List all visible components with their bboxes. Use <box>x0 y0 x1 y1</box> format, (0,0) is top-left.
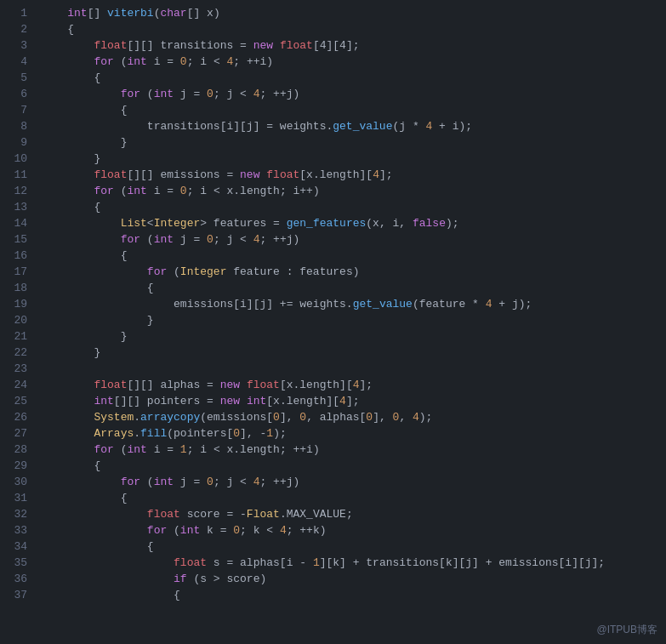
line-number: 13 <box>0 199 41 215</box>
token: [][] pointers = <box>114 395 220 407</box>
table-row: 37 { <box>0 587 666 603</box>
line-number: 7 <box>0 102 41 118</box>
table-row: 15 for (int j = 0; j < 4; ++j) <box>0 231 666 248</box>
table-row: 29 { <box>0 458 666 474</box>
token <box>41 185 94 197</box>
table-row: 10 } <box>0 151 666 167</box>
code-content: for (int k = 0; k < 4; ++k) <box>41 522 666 539</box>
line-number: 25 <box>0 393 41 409</box>
token: > features = <box>200 217 286 230</box>
token: , alphas[ <box>306 411 366 424</box>
code-content: List<Integer> features = gen_features(x,… <box>41 215 666 231</box>
token: feature : features) <box>226 265 359 278</box>
token: int <box>127 185 146 197</box>
table-row: 16 { <box>0 248 666 264</box>
token: 0 <box>299 411 306 424</box>
line-number: 14 <box>0 215 41 231</box>
table-row: 3 float[][] transitions = new float[4][4… <box>0 37 666 54</box>
token: int <box>154 233 174 246</box>
token <box>41 330 121 343</box>
token: (feature * <box>413 298 486 311</box>
token <box>41 411 94 424</box>
table-row: 12 for (int i = 0; i < x.length; i++) <box>0 183 666 199</box>
token: new <box>253 39 273 52</box>
token: Arrays <box>94 427 134 440</box>
line-number: 3 <box>0 37 41 54</box>
token: 0 <box>366 411 373 424</box>
token: { <box>94 71 100 84</box>
token <box>41 443 94 456</box>
line-number: 26 <box>0 409 41 425</box>
table-row: 28 for (int i = 1; i < x.length; ++i) <box>0 442 666 458</box>
line-number: 29 <box>0 458 41 474</box>
table-row: 23 <box>0 361 666 377</box>
token: i = <box>147 185 180 197</box>
token: + i); <box>432 120 472 133</box>
line-number: 33 <box>0 522 41 539</box>
token: for <box>121 233 140 246</box>
token: int <box>67 7 87 20</box>
token <box>41 427 94 440</box>
code-content: System.arraycopy(emissions[0], 0, alphas… <box>41 409 666 425</box>
token: { <box>94 201 100 214</box>
token: j = <box>174 233 207 246</box>
token: ; i < x.length; ++i) <box>187 443 320 456</box>
token: (x, i, <box>366 217 413 230</box>
code-content: } <box>41 345 666 361</box>
token <box>41 346 94 359</box>
table-row: 36 if (s > score) <box>0 571 666 587</box>
token: ; i < x.length; i++) <box>187 185 320 197</box>
token <box>41 7 67 20</box>
line-number: 18 <box>0 280 41 296</box>
code-content: { <box>41 248 666 264</box>
token: ( <box>140 233 154 246</box>
line-number: 32 <box>0 506 41 522</box>
token: . <box>134 427 140 440</box>
token <box>41 314 147 327</box>
table-row: 20 } <box>0 312 666 328</box>
table-row: 6 for (int j = 0; j < 4; ++j) <box>0 86 666 102</box>
token <box>41 298 174 311</box>
table-row: 21 } <box>0 328 666 345</box>
table-row: 30 for (int j = 0; j < 4; ++j) <box>0 474 666 490</box>
token <box>41 23 67 36</box>
token: 0 <box>233 524 240 537</box>
token <box>41 265 147 278</box>
code-content: for (Integer feature : features) <box>41 264 666 280</box>
line-number: 37 <box>0 587 41 603</box>
code-content: } <box>41 134 666 151</box>
line-number: 30 <box>0 474 41 490</box>
table-row: 19 emissions[i][j] += weights.get_value(… <box>0 296 666 312</box>
line-number: 17 <box>0 264 41 280</box>
table-row: 34 { <box>0 539 666 555</box>
table-row: 7 { <box>0 102 666 118</box>
token: k = <box>200 524 233 537</box>
token: ( <box>114 55 128 68</box>
token: 0 <box>207 476 213 488</box>
token: ][k] + transitions[k][j] + emissions[i][… <box>320 556 605 569</box>
table-row: 26 System.arraycopy(emissions[0], 0, alp… <box>0 409 666 425</box>
token <box>41 136 121 149</box>
token: float <box>280 39 313 52</box>
token: ( <box>167 524 180 537</box>
token: 4 <box>413 411 419 424</box>
token: char <box>160 7 186 20</box>
token: int <box>154 88 174 100</box>
code-content: for (int i = 1; i < x.length; ++i) <box>41 442 666 458</box>
token: ; ++k) <box>287 524 327 537</box>
token: 4 <box>253 233 260 246</box>
table-row: 25 int[][] pointers = new int[x.length][… <box>0 393 666 409</box>
code-content: float[][] emissions = new float[x.length… <box>41 167 666 183</box>
token <box>41 217 121 230</box>
token: arraycopy <box>140 411 200 424</box>
token: 4 <box>486 298 492 311</box>
token: { <box>121 104 128 117</box>
token <box>41 168 94 181</box>
token: } <box>94 346 100 359</box>
token <box>41 492 121 504</box>
code-content: { <box>41 102 666 118</box>
code-content: if (s > score) <box>41 571 666 587</box>
line-number: 16 <box>0 248 41 264</box>
token: [][] emissions = <box>127 168 240 181</box>
token: . <box>134 411 140 424</box>
